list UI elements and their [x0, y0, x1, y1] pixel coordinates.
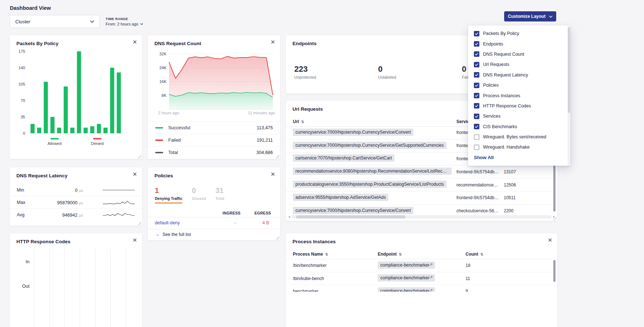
svg-text:140: 140 — [19, 66, 25, 70]
column-header-egress: EGRESS — [254, 211, 271, 215]
column-header-label: Url — [293, 119, 299, 124]
table-row[interactable]: /bin/kube-benchcompliance-benchmarker-*1… — [286, 272, 552, 285]
menu-item-label: Endpoints — [483, 42, 503, 47]
close-icon[interactable]: × — [271, 170, 275, 178]
column-header-process-name[interactable]: Process Name⇅ — [293, 252, 378, 257]
vertical-scrollbar[interactable] — [553, 260, 555, 282]
card-title: Process Instances — [292, 239, 336, 244]
checkbox-icon[interactable] — [474, 72, 479, 78]
scrollbar-track[interactable] — [568, 25, 570, 166]
card-title: HTTP Response Codes — [16, 239, 70, 244]
resize-handle[interactable] — [138, 155, 141, 158]
sort-icon[interactable]: ⇅ — [399, 252, 402, 256]
checkbox-icon[interactable] — [474, 124, 479, 129]
menu-item-dns-request-latency[interactable]: DNS Request Latency — [468, 70, 567, 80]
http-response-codes-grid: In Out — [10, 233, 142, 327]
table-row[interactable]: recommendationservice:8080/hipstershop.R… — [286, 165, 552, 178]
legend-name: Successful — [168, 125, 190, 130]
count-cell: 2200 — [504, 208, 552, 213]
latency-unit: μs — [79, 213, 83, 217]
process-instances-header: Process Name⇅Endpoint⇅Count⇅ — [286, 249, 552, 259]
menu-item-url-requests[interactable]: Url Requests — [468, 59, 567, 70]
column-header-endpoint[interactable]: Endpoint⇅ — [378, 252, 466, 257]
policy-name-link[interactable]: default-deny — [155, 220, 180, 225]
legend-row: Failed191,211 — [148, 134, 280, 146]
scrollbar-thumb[interactable] — [568, 27, 570, 113]
column-header-count[interactable]: Count⇅ — [466, 252, 552, 257]
close-icon[interactable]: × — [271, 38, 275, 46]
url-cell: currencyservice:7000/hipstershop.Currenc… — [293, 142, 456, 150]
url-cell: currencyservice:7000/hipstershop.Currenc… — [293, 207, 456, 215]
sort-icon[interactable]: ⇅ — [325, 252, 328, 256]
latency-unit: μs — [79, 201, 83, 205]
menu-item-wireguard-handshake[interactable]: Wireguard. Handshake — [468, 142, 567, 152]
url-cell: currencyservice:7000/hipstershop.Currenc… — [293, 129, 456, 137]
view-scope-select[interactable]: Cluster — [10, 15, 100, 28]
menu-item-label: Url Requests — [483, 62, 509, 67]
customize-layout-button[interactable]: Customize Layout — [504, 11, 556, 21]
policies-stat-denying-traffic[interactable]: 1Denying Traffic — [155, 186, 182, 204]
table-row[interactable]: adservice:9555/hipstershop.AdService/Get… — [286, 192, 552, 205]
endpoint-cell: compliance-benchmarker-* — [378, 274, 466, 283]
menu-item-services[interactable]: Services — [468, 111, 567, 121]
menu-item-endpoints[interactable]: Endpoints — [468, 39, 567, 49]
legend-color-dash — [155, 127, 163, 129]
menu-item-http-response-codes[interactable]: HTTP Response Codes — [468, 101, 567, 111]
horizontal-scrollbar: ◂ ▸ — [287, 214, 556, 219]
checkbox-icon[interactable] — [474, 145, 479, 150]
x-axis-label-start: 2 hours ago — [158, 111, 179, 115]
close-icon[interactable]: × — [133, 170, 137, 178]
grid-line — [49, 248, 50, 327]
close-icon[interactable]: × — [133, 236, 137, 244]
chevron-down-icon — [140, 23, 143, 25]
table-row[interactable]: /bin/benchmarkercompliance-benchmarker-*… — [286, 259, 552, 272]
sort-icon[interactable]: ⇅ — [301, 120, 304, 124]
checkbox-icon[interactable] — [474, 134, 479, 140]
menu-item-packets-by-policy[interactable]: Packets By Policy — [468, 28, 567, 39]
menu-item-policies[interactable]: Policies — [468, 80, 567, 90]
column-header-url[interactable]: Url⇅ — [293, 119, 456, 124]
checkbox-icon[interactable] — [474, 62, 479, 67]
checkbox-icon[interactable] — [474, 114, 479, 119]
count-cell: 11 — [466, 276, 552, 281]
checkbox-icon[interactable] — [474, 83, 479, 88]
menu-item-dns-request-count[interactable]: DNS Request Count — [468, 49, 567, 59]
checkbox-icon[interactable] — [474, 103, 479, 109]
dns-request-latency-card: DNS Request Latency × Min0μsMax95879000μ… — [10, 168, 142, 226]
policies-card: Policies × 1Denying Traffic0Unused31Tota… — [148, 168, 280, 240]
close-icon[interactable]: × — [548, 236, 552, 244]
latency-row: Avg946942μs — [10, 209, 142, 221]
dns-request-count-card: DNS Request Count × 8K16K24K32K 2 hours … — [148, 35, 280, 159]
http-response-codes-card: In Out HTTP Response Codes × — [10, 233, 142, 327]
checkbox-icon[interactable] — [474, 31, 479, 36]
legend-value: 304,686 — [256, 150, 273, 155]
url-chip: currencyservice:7000/hipstershop.Currenc… — [293, 129, 413, 136]
sort-icon[interactable]: ⇅ — [480, 252, 483, 256]
menu-item-cis-benchmarks[interactable]: CIS Benchmarks — [468, 122, 567, 132]
card-title: Endpoints — [292, 41, 317, 46]
policies-stat-total[interactable]: 31Total — [215, 186, 224, 204]
time-range-text: From: 2 hours ago — [106, 22, 138, 26]
checkbox-icon[interactable] — [474, 93, 479, 98]
menu-item-process-instances[interactable]: Process Instances — [468, 90, 567, 101]
menu-item-label: DNS Request Latency — [483, 72, 528, 78]
resize-handle[interactable] — [276, 236, 279, 240]
policies-stat-unused[interactable]: 0Unused — [192, 186, 206, 204]
time-range-value[interactable]: From: 2 hours ago — [106, 22, 143, 26]
scrollbar-track[interactable] — [292, 215, 551, 218]
show-all-link[interactable]: Show All — [474, 155, 494, 160]
policy-row[interactable]: default-deny – 4 B — [148, 217, 280, 229]
see-full-list-link[interactable]: → See the full list — [155, 232, 191, 237]
process-name-cell: /bin/kube-bench — [293, 276, 378, 281]
checkbox-icon[interactable] — [474, 51, 479, 57]
resize-handle[interactable] — [138, 221, 141, 225]
menu-item-wireguard-bytes-sent-received[interactable]: Wireguard. Bytes sent/received — [468, 132, 567, 142]
close-icon[interactable]: × — [133, 38, 137, 46]
table-row[interactable]: productcatalogservice:3550/hipstershop.P… — [286, 178, 552, 192]
scroll-left-icon[interactable]: ◂ — [287, 215, 291, 218]
scrollbar-thumb[interactable] — [296, 215, 405, 218]
checkbox-icon[interactable] — [474, 41, 479, 47]
table-row[interactable]: currencyservice:7000/hipstershop.Currenc… — [286, 205, 552, 215]
column-header-ingress: INGRESS — [223, 211, 240, 215]
table-row[interactable]: benchmarkercompliance-benchmarker-*9 — [286, 285, 552, 292]
